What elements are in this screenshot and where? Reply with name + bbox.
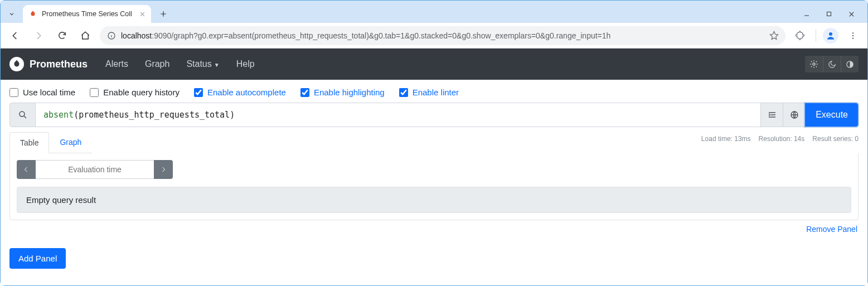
chevron-right-icon [160,166,167,173]
stat-resolution: Resolution: 14s [759,135,805,143]
browser-window: Prometheus Time Series Coll localhost:90… [0,0,868,286]
brand-text: Prometheus [30,59,88,70]
checkbox-local-time[interactable] [9,88,18,97]
extensions-button[interactable] [791,27,809,45]
browser-menu-button[interactable] [844,27,862,45]
contrast-icon [846,60,854,69]
svg-rect-0 [827,12,831,16]
browser-tab-active[interactable]: Prometheus Time Series Coll [23,5,151,23]
opt-autocomplete[interactable]: Enable autocomplete [194,88,286,97]
brand[interactable]: Prometheus [9,57,88,71]
chevron-down-icon [8,10,16,18]
svg-point-6 [813,63,815,65]
tab-graph[interactable]: Graph [49,132,92,153]
moon-icon [828,60,836,69]
add-panel-button[interactable]: Add Panel [9,248,66,269]
gear-icon [809,60,818,69]
home-icon [80,31,90,41]
tab-table[interactable]: Table [9,132,49,153]
nav-help[interactable]: Help [230,56,261,72]
nav-back-button[interactable] [6,27,24,45]
remove-panel-link[interactable]: Remove Panel [806,225,857,234]
query-input-group: absent(prometheus_http_requests_total) E… [9,103,859,127]
nav-forward-button[interactable] [30,27,47,45]
navbar-tools [805,56,859,72]
checkbox-linter[interactable] [399,88,408,97]
search-icon [18,110,28,120]
result-header: Table Graph Load time: 13ms Resolution: … [9,132,859,153]
settings-button[interactable] [805,56,823,72]
eval-time-prev-button[interactable] [17,160,36,179]
svg-point-4 [852,35,854,36]
new-tab-button[interactable] [156,6,171,22]
nav-home-button[interactable] [76,27,94,45]
address-bar: localhost:9090/graph?g0.expr=absent(prom… [1,23,867,49]
tab-search-button[interactable] [5,7,18,21]
nav-status-dropdown[interactable]: Status▼ [180,56,226,72]
prometheus-logo [9,57,24,71]
window-maximize-button[interactable] [824,9,834,19]
tab-strip: Prometheus Time Series Coll [1,1,867,23]
window-controls [802,9,863,19]
execute-button[interactable]: Execute [805,103,858,127]
query-options: Use local time Enable query history Enab… [1,80,867,103]
opt-local-time[interactable]: Use local time [9,88,75,97]
prometheus-favicon [28,9,37,18]
format-expression-button[interactable] [760,103,783,127]
minimize-icon [803,11,810,17]
omnibox[interactable]: localhost:9090/graph?g0.expr=absent(prom… [100,26,785,45]
eval-time-next-button[interactable] [154,160,173,179]
star-icon [769,31,779,40]
opt-linter[interactable]: Enable linter [399,88,459,97]
opt-history[interactable]: Enable query history [90,88,180,97]
maximize-icon [826,11,832,17]
kebab-icon [848,31,857,40]
svg-point-8 [20,112,25,117]
puzzle-icon [796,31,805,40]
plus-icon [159,10,167,18]
result-tabs: Table Graph [9,132,92,153]
stat-result-series: Result series: 0 [812,135,859,143]
separator [816,30,816,42]
svg-point-5 [852,37,854,38]
checkbox-highlighting[interactable] [300,88,309,97]
tab-close-button[interactable] [139,11,146,17]
close-icon [848,11,855,18]
dark-mode-button[interactable] [823,56,841,72]
indent-icon [768,110,777,119]
arrow-right-icon [33,31,43,41]
nav-graph[interactable]: Graph [138,56,176,72]
svg-point-2 [829,32,832,36]
bookmark-button[interactable] [769,31,779,40]
info-icon [107,31,116,40]
globe-icon [790,110,799,119]
reload-icon [57,31,67,40]
evaluation-time-group [17,160,173,179]
theme-toggle-button[interactable] [841,56,859,72]
panel-footer: Remove Panel [1,220,867,234]
site-info-button[interactable] [106,31,117,40]
metrics-explorer-button[interactable] [783,103,805,127]
url-text: localhost:9090/graph?g0.expr=absent(prom… [121,31,765,40]
expression-input[interactable]: absent(prometheus_http_requests_total) [36,103,760,127]
browser-tab-title: Prometheus Time Series Coll [42,10,135,18]
checkbox-history[interactable] [90,88,99,97]
arrow-left-icon [10,31,20,41]
close-icon [139,11,146,17]
svg-point-3 [852,32,854,33]
checkbox-autocomplete[interactable] [194,88,203,97]
window-minimize-button[interactable] [802,9,812,19]
stat-load-time: Load time: 13ms [701,135,751,143]
opt-highlighting[interactable]: Enable highlighting [300,88,385,97]
result-stats: Load time: 13ms Resolution: 14s Result s… [701,132,859,143]
query-result: Empty query result [17,187,851,213]
profile-button[interactable] [823,28,838,43]
app-navbar: Prometheus Alerts Graph Status▼ Help [1,49,867,80]
page-content: Prometheus Alerts Graph Status▼ Help Use… [1,49,867,285]
panel-body: Empty query result [9,153,859,220]
nav-alerts[interactable]: Alerts [99,56,135,72]
caret-down-icon: ▼ [214,62,220,68]
window-close-button[interactable] [846,9,856,19]
nav-reload-button[interactable] [53,27,71,45]
evaluation-time-input[interactable] [36,160,154,179]
